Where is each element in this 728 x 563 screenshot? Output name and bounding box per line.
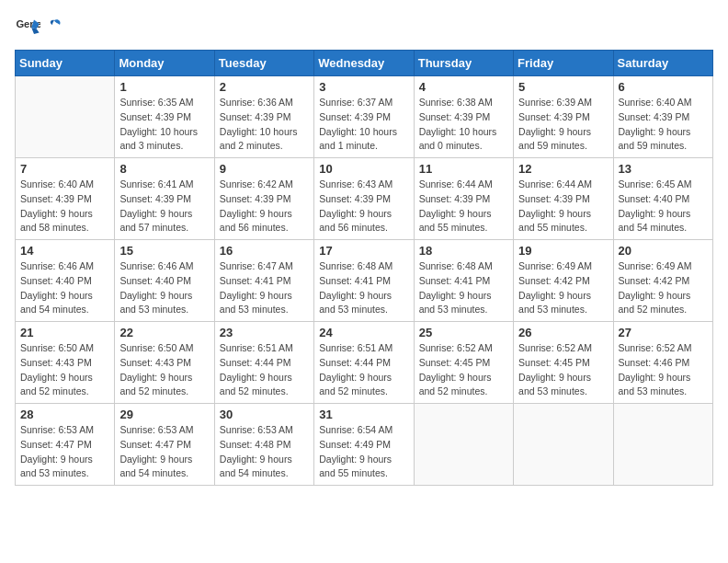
logo-icon: General xyxy=(15,15,40,40)
day-number: 27 xyxy=(619,326,708,339)
day-number: 1 xyxy=(119,80,209,94)
day-info: Sunrise: 6:50 AM Sunset: 4:43 PM Dayligh… xyxy=(119,341,209,399)
calendar-cell: 8Sunrise: 6:41 AM Sunset: 4:39 PM Daylig… xyxy=(115,158,214,240)
day-info: Sunrise: 6:37 AM Sunset: 4:39 PM Dayligh… xyxy=(319,96,408,154)
calendar-cell: 18Sunrise: 6:48 AM Sunset: 4:41 PM Dayli… xyxy=(414,240,513,322)
calendar-cell: 7Sunrise: 6:40 AM Sunset: 4:39 PM Daylig… xyxy=(16,158,115,240)
calendar-cell: 6Sunrise: 6:40 AM Sunset: 4:39 PM Daylig… xyxy=(613,76,712,158)
day-number: 18 xyxy=(419,244,508,258)
day-number: 15 xyxy=(119,244,209,258)
day-info: Sunrise: 6:42 AM Sunset: 4:39 PM Dayligh… xyxy=(220,178,309,236)
day-info: Sunrise: 6:38 AM Sunset: 4:39 PM Dayligh… xyxy=(419,96,508,154)
day-info: Sunrise: 6:53 AM Sunset: 4:48 PM Dayligh… xyxy=(220,423,309,481)
day-info: Sunrise: 6:48 AM Sunset: 4:41 PM Dayligh… xyxy=(419,259,508,317)
day-number: 7 xyxy=(20,162,109,176)
logo-bird-icon xyxy=(45,17,63,35)
day-info: Sunrise: 6:47 AM Sunset: 4:41 PM Dayligh… xyxy=(220,259,309,317)
header-wednesday: Wednesday xyxy=(314,51,414,76)
calendar-cell: 5Sunrise: 6:39 AM Sunset: 4:39 PM Daylig… xyxy=(514,76,613,158)
day-info: Sunrise: 6:44 AM Sunset: 4:39 PM Dayligh… xyxy=(518,178,608,236)
calendar-cell: 31Sunrise: 6:54 AM Sunset: 4:49 PM Dayli… xyxy=(314,404,414,486)
calendar-cell: 29Sunrise: 6:53 AM Sunset: 4:47 PM Dayli… xyxy=(115,404,214,486)
calendar-week-row: 28Sunrise: 6:53 AM Sunset: 4:47 PM Dayli… xyxy=(16,404,713,486)
day-number: 30 xyxy=(220,408,309,421)
day-info: Sunrise: 6:45 AM Sunset: 4:40 PM Dayligh… xyxy=(619,178,708,236)
day-number: 25 xyxy=(419,326,508,339)
day-number: 2 xyxy=(220,80,309,94)
day-info: Sunrise: 6:52 AM Sunset: 4:45 PM Dayligh… xyxy=(419,341,508,399)
calendar-header-row: SundayMondayTuesdayWednesdayThursdayFrid… xyxy=(16,51,713,76)
calendar-cell: 27Sunrise: 6:52 AM Sunset: 4:46 PM Dayli… xyxy=(613,322,712,404)
calendar-cell: 19Sunrise: 6:49 AM Sunset: 4:42 PM Dayli… xyxy=(514,240,613,322)
calendar-cell: 3Sunrise: 6:37 AM Sunset: 4:39 PM Daylig… xyxy=(314,76,414,158)
header-friday: Friday xyxy=(514,51,613,76)
calendar-cell: 1Sunrise: 6:35 AM Sunset: 4:39 PM Daylig… xyxy=(115,76,214,158)
day-number: 22 xyxy=(119,326,209,339)
header-sunday: Sunday xyxy=(16,51,115,76)
day-number: 31 xyxy=(319,408,408,421)
day-number: 21 xyxy=(20,326,109,339)
day-number: 14 xyxy=(20,244,109,258)
day-number: 4 xyxy=(419,80,508,94)
calendar-cell: 25Sunrise: 6:52 AM Sunset: 4:45 PM Dayli… xyxy=(414,322,513,404)
day-info: Sunrise: 6:39 AM Sunset: 4:39 PM Dayligh… xyxy=(518,96,608,154)
day-number: 24 xyxy=(319,326,408,339)
calendar-cell xyxy=(16,76,115,158)
calendar-cell: 22Sunrise: 6:50 AM Sunset: 4:43 PM Dayli… xyxy=(115,322,214,404)
day-number: 26 xyxy=(518,326,608,339)
day-info: Sunrise: 6:35 AM Sunset: 4:39 PM Dayligh… xyxy=(119,96,209,154)
day-info: Sunrise: 6:53 AM Sunset: 4:47 PM Dayligh… xyxy=(119,423,209,481)
calendar-cell xyxy=(414,404,513,486)
calendar-cell: 26Sunrise: 6:52 AM Sunset: 4:45 PM Dayli… xyxy=(514,322,613,404)
calendar-cell: 13Sunrise: 6:45 AM Sunset: 4:40 PM Dayli… xyxy=(613,158,712,240)
day-info: Sunrise: 6:51 AM Sunset: 4:44 PM Dayligh… xyxy=(220,341,309,399)
day-number: 11 xyxy=(419,162,508,176)
day-info: Sunrise: 6:43 AM Sunset: 4:39 PM Dayligh… xyxy=(319,178,408,236)
day-info: Sunrise: 6:52 AM Sunset: 4:46 PM Dayligh… xyxy=(619,341,708,399)
calendar-cell: 23Sunrise: 6:51 AM Sunset: 4:44 PM Dayli… xyxy=(214,322,313,404)
day-info: Sunrise: 6:41 AM Sunset: 4:39 PM Dayligh… xyxy=(119,178,209,236)
calendar-cell: 16Sunrise: 6:47 AM Sunset: 4:41 PM Dayli… xyxy=(214,240,313,322)
calendar-cell: 21Sunrise: 6:50 AM Sunset: 4:43 PM Dayli… xyxy=(16,322,115,404)
calendar-cell: 20Sunrise: 6:49 AM Sunset: 4:42 PM Dayli… xyxy=(613,240,712,322)
day-number: 16 xyxy=(220,244,309,258)
day-info: Sunrise: 6:49 AM Sunset: 4:42 PM Dayligh… xyxy=(518,259,608,317)
day-info: Sunrise: 6:44 AM Sunset: 4:39 PM Dayligh… xyxy=(419,178,508,236)
day-info: Sunrise: 6:46 AM Sunset: 4:40 PM Dayligh… xyxy=(20,259,109,317)
header-tuesday: Tuesday xyxy=(214,51,313,76)
calendar-cell: 4Sunrise: 6:38 AM Sunset: 4:39 PM Daylig… xyxy=(414,76,513,158)
calendar-cell: 14Sunrise: 6:46 AM Sunset: 4:40 PM Dayli… xyxy=(16,240,115,322)
day-info: Sunrise: 6:40 AM Sunset: 4:39 PM Dayligh… xyxy=(20,178,109,236)
day-number: 9 xyxy=(220,162,309,176)
day-info: Sunrise: 6:49 AM Sunset: 4:42 PM Dayligh… xyxy=(619,259,708,317)
calendar-cell: 10Sunrise: 6:43 AM Sunset: 4:39 PM Dayli… xyxy=(314,158,414,240)
calendar-cell xyxy=(613,404,712,486)
day-number: 10 xyxy=(319,162,408,176)
day-number: 5 xyxy=(518,80,608,94)
header-thursday: Thursday xyxy=(414,51,513,76)
day-info: Sunrise: 6:36 AM Sunset: 4:39 PM Dayligh… xyxy=(220,96,309,154)
calendar-cell: 15Sunrise: 6:46 AM Sunset: 4:40 PM Dayli… xyxy=(115,240,214,322)
calendar-cell: 24Sunrise: 6:51 AM Sunset: 4:44 PM Dayli… xyxy=(314,322,414,404)
day-number: 29 xyxy=(119,408,209,421)
calendar-table: SundayMondayTuesdayWednesdayThursdayFrid… xyxy=(15,50,713,486)
calendar-cell: 28Sunrise: 6:53 AM Sunset: 4:47 PM Dayli… xyxy=(16,404,115,486)
day-number: 6 xyxy=(619,80,708,94)
day-info: Sunrise: 6:48 AM Sunset: 4:41 PM Dayligh… xyxy=(319,259,408,317)
calendar-cell: 11Sunrise: 6:44 AM Sunset: 4:39 PM Dayli… xyxy=(414,158,513,240)
day-info: Sunrise: 6:53 AM Sunset: 4:47 PM Dayligh… xyxy=(20,423,109,481)
calendar-week-row: 1Sunrise: 6:35 AM Sunset: 4:39 PM Daylig… xyxy=(16,76,713,158)
day-number: 28 xyxy=(20,408,109,421)
day-number: 17 xyxy=(319,244,408,258)
day-number: 8 xyxy=(119,162,209,176)
calendar-cell: 17Sunrise: 6:48 AM Sunset: 4:41 PM Dayli… xyxy=(314,240,414,322)
calendar-cell: 30Sunrise: 6:53 AM Sunset: 4:48 PM Dayli… xyxy=(214,404,313,486)
day-number: 20 xyxy=(619,244,708,258)
calendar-cell xyxy=(514,404,613,486)
day-number: 19 xyxy=(518,244,608,258)
calendar-week-row: 7Sunrise: 6:40 AM Sunset: 4:39 PM Daylig… xyxy=(16,158,713,240)
day-number: 23 xyxy=(220,326,309,339)
day-number: 3 xyxy=(319,80,408,94)
day-number: 12 xyxy=(518,162,608,176)
page-header: General xyxy=(15,15,713,40)
